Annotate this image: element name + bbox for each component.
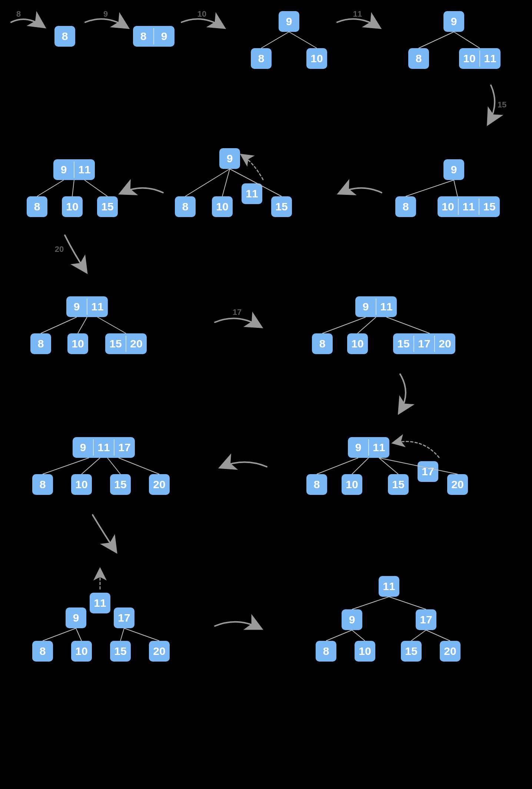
key-value: 8 — [323, 645, 329, 657]
key-value: 15 — [392, 478, 404, 490]
transition-arrow — [243, 156, 263, 180]
tree-edge — [352, 458, 369, 474]
key-value: 9 — [161, 30, 167, 42]
key-value: 11 — [97, 441, 110, 453]
transition-label: 10 — [197, 9, 206, 19]
key-value: 8 — [258, 52, 265, 64]
key-value: 9 — [80, 441, 86, 453]
key-value: 10 — [359, 645, 371, 657]
key-value: 20 — [444, 645, 456, 657]
transition-label: 8 — [16, 9, 21, 19]
key-value: 8 — [416, 52, 422, 64]
key-value: 9 — [286, 15, 292, 27]
tree-edge — [84, 180, 107, 196]
key-value: 9 — [349, 613, 355, 626]
key-value: 8 — [319, 337, 326, 350]
key-value: 15 — [405, 645, 417, 657]
transition-arrow — [400, 374, 406, 411]
tree-edge — [43, 628, 76, 641]
transition-arrow — [341, 188, 382, 193]
tree-edge — [261, 32, 289, 48]
key-value: 15 — [397, 337, 409, 350]
key-value: 11 — [380, 300, 392, 313]
key-value: 11 — [78, 163, 90, 176]
key-value: 10 — [216, 200, 228, 213]
tree-edge — [41, 317, 77, 333]
tree-edge — [120, 628, 124, 641]
key-value: 20 — [451, 478, 463, 490]
tree-edge — [352, 597, 389, 609]
transition-arrow — [215, 319, 259, 326]
tree-edge — [317, 458, 358, 474]
tree-edge — [119, 458, 159, 474]
tree-edge — [72, 180, 74, 196]
key-value: 17 — [118, 441, 130, 453]
key-value: 20 — [130, 337, 142, 350]
key-value: 8 — [403, 200, 409, 213]
key-value: 20 — [439, 337, 451, 350]
transition-arrow — [222, 462, 267, 467]
transition-arrow — [122, 188, 163, 193]
tree-edge — [426, 630, 450, 641]
key-value: 11 — [484, 52, 496, 64]
key-value: 11 — [383, 580, 395, 592]
tree-edge — [379, 458, 398, 474]
key-value: 11 — [94, 597, 106, 609]
key-value: 11 — [91, 300, 103, 313]
tree-edge — [124, 628, 159, 641]
tree-edge — [454, 32, 480, 48]
tree-edge — [97, 317, 126, 333]
tree-edge — [386, 317, 430, 333]
key-value: 15 — [114, 478, 126, 490]
transition-label: 20 — [55, 244, 64, 254]
key-value: 15 — [114, 645, 126, 657]
tree-edge — [76, 628, 82, 641]
key-value: 10 — [75, 645, 87, 657]
key-value: 11 — [462, 200, 475, 213]
transition-arrow — [489, 85, 495, 122]
tree-edge — [406, 180, 454, 196]
key-value: 10 — [75, 478, 87, 490]
transition-arrow — [182, 19, 222, 27]
key-value: 8 — [40, 645, 46, 657]
tree-edge — [107, 458, 120, 474]
tree-edge — [454, 180, 458, 196]
transition-label: 9 — [103, 9, 108, 19]
tree-edge — [326, 630, 352, 641]
key-value: 9 — [363, 300, 369, 313]
key-value: 9 — [74, 300, 80, 313]
transition-arrow — [337, 19, 378, 27]
key-value: 10 — [72, 337, 84, 350]
transition-label: 15 — [498, 100, 506, 109]
key-value: 9 — [227, 152, 233, 164]
key-value: 9 — [451, 15, 457, 27]
tree-edge — [322, 317, 366, 333]
transition-arrow — [85, 19, 126, 27]
key-value: 15 — [109, 337, 122, 350]
transition-arrow — [215, 622, 259, 628]
tree-edge — [411, 630, 426, 641]
key-value: 8 — [314, 478, 320, 490]
key-value: 8 — [182, 200, 189, 213]
key-value: 10 — [463, 52, 475, 64]
tree-edge — [352, 630, 365, 641]
transition-label: 17 — [233, 307, 242, 317]
key-value: 9 — [451, 163, 457, 176]
key-value: 8 — [62, 30, 68, 42]
key-value: 11 — [246, 187, 258, 200]
key-value: 8 — [40, 478, 46, 490]
key-value: 15 — [101, 200, 113, 213]
tree-edge — [43, 458, 89, 474]
tree-edge — [82, 458, 100, 474]
key-value: 9 — [355, 441, 362, 453]
tree-edge — [389, 597, 426, 609]
transition-label: 11 — [353, 9, 362, 19]
key-value: 10 — [310, 52, 323, 64]
key-value: 10 — [346, 478, 358, 490]
transition-arrow — [395, 442, 439, 457]
key-value: 10 — [442, 200, 454, 213]
tree-edge — [289, 32, 317, 48]
key-value: 8 — [140, 30, 147, 42]
key-value: 8 — [38, 337, 44, 350]
key-value: 10 — [351, 337, 363, 350]
